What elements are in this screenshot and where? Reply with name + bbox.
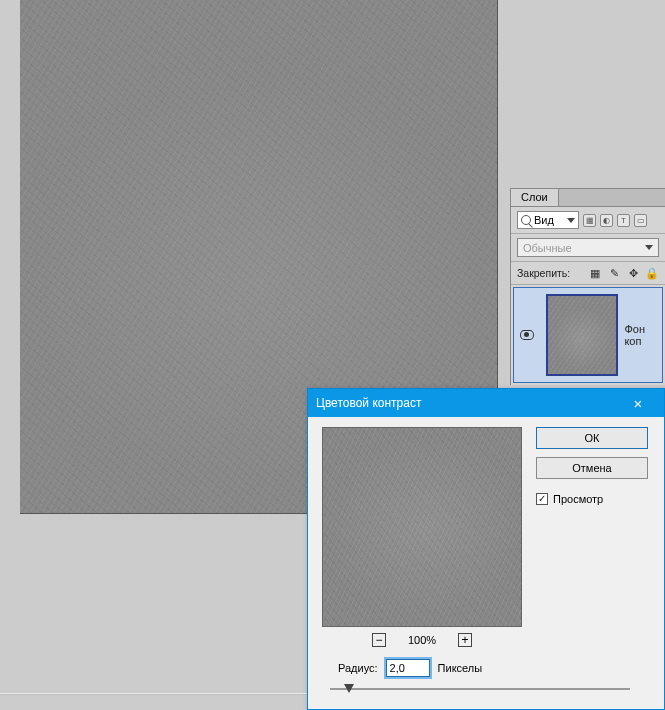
filter-shape-icon[interactable]: ▭ <box>634 214 647 227</box>
layer-name[interactable]: Фон коп <box>624 323 662 347</box>
blend-mode-value: Обычные <box>523 242 572 254</box>
dialog-titlebar[interactable]: Цветовой контраст × <box>308 389 664 417</box>
dialog-title: Цветовой контраст <box>316 396 421 410</box>
high-pass-dialog: Цветовой контраст × − 100% + ОК Отмена П… <box>307 388 665 710</box>
lock-transparent-icon[interactable]: ▦ <box>588 266 602 280</box>
chevron-down-icon <box>645 245 653 250</box>
layers-panel: Слои Вид ▦ ◐ T ▭ Обычные Закрепить: ▦ ✎ … <box>510 188 665 385</box>
panel-tabs: Слои <box>511 189 665 207</box>
slider-thumb[interactable] <box>344 684 354 693</box>
layers-list: Фон коп <box>511 287 665 383</box>
visibility-eye-icon[interactable] <box>520 330 534 340</box>
filter-adjust-icon[interactable]: ◐ <box>600 214 613 227</box>
layer-filter-label: Вид <box>534 214 554 226</box>
filter-pixel-icon[interactable]: ▦ <box>583 214 596 227</box>
lock-label: Закрепить: <box>517 267 570 279</box>
lock-position-icon[interactable]: ✥ <box>626 266 640 280</box>
layer-thumbnail[interactable] <box>546 294 618 376</box>
layer-row[interactable]: Фон коп <box>513 287 663 383</box>
preview-checkbox-row[interactable]: Просмотр <box>536 493 648 505</box>
search-icon <box>521 215 531 225</box>
zoom-in-button[interactable]: + <box>458 633 472 647</box>
radius-units: Пикселы <box>438 662 483 674</box>
checkbox-checked-icon[interactable] <box>536 493 548 505</box>
layer-filter-select[interactable]: Вид <box>517 211 579 229</box>
slider-track <box>330 688 630 690</box>
lock-all-icon[interactable]: 🔒 <box>645 266 659 280</box>
filter-type-icon[interactable]: T <box>617 214 630 227</box>
radius-slider[interactable] <box>330 683 630 695</box>
chevron-down-icon <box>567 218 575 223</box>
lock-row: Закрепить: ▦ ✎ ✥ 🔒 <box>511 262 665 285</box>
filter-preview[interactable] <box>322 427 522 627</box>
radius-input[interactable] <box>386 659 430 677</box>
ok-button[interactable]: ОК <box>536 427 648 449</box>
blend-mode-select[interactable]: Обычные <box>517 238 659 257</box>
close-button[interactable]: × <box>620 389 656 417</box>
lock-pixels-icon[interactable]: ✎ <box>607 266 621 280</box>
tab-layers[interactable]: Слои <box>511 189 559 206</box>
preview-checkbox-label: Просмотр <box>553 493 603 505</box>
layer-filter-row: Вид ▦ ◐ T ▭ <box>511 207 665 234</box>
radius-label: Радиус: <box>338 662 378 674</box>
layer-filter-buttons: ▦ ◐ T ▭ <box>583 214 647 227</box>
zoom-level: 100% <box>408 634 436 646</box>
cancel-button[interactable]: Отмена <box>536 457 648 479</box>
zoom-out-button[interactable]: − <box>372 633 386 647</box>
blend-mode-row: Обычные <box>511 234 665 262</box>
